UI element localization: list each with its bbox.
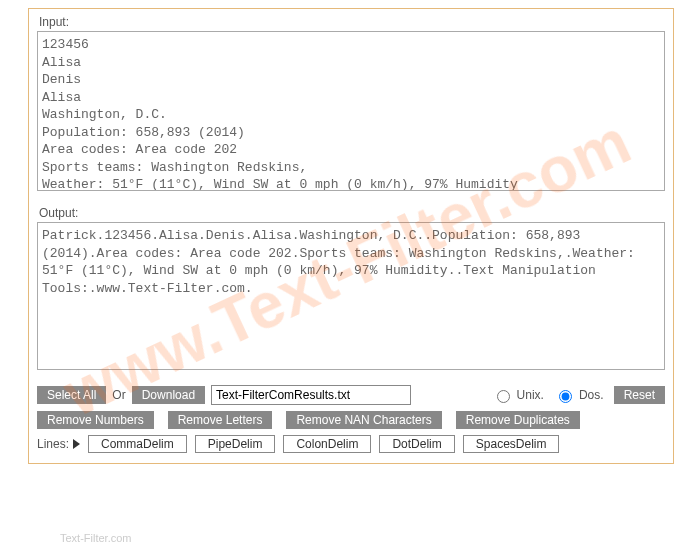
- unix-label: Unix.: [517, 388, 544, 402]
- download-button[interactable]: Download: [132, 386, 205, 404]
- input-textarea[interactable]: [37, 31, 665, 191]
- line-ending-group: Unix. Dos. Reset: [492, 386, 665, 404]
- remove-duplicates-button[interactable]: Remove Duplicates: [456, 411, 580, 429]
- unix-radio[interactable]: [497, 390, 510, 403]
- input-section: Input:: [37, 15, 665, 194]
- footer-credit: Text-Filter.com: [60, 532, 132, 544]
- colon-delim-button[interactable]: ColonDelim: [283, 435, 371, 453]
- lines-label: Lines:: [37, 437, 80, 451]
- select-all-button[interactable]: Select All: [37, 386, 106, 404]
- output-textarea[interactable]: [37, 222, 665, 370]
- dot-delim-button[interactable]: DotDelim: [379, 435, 454, 453]
- or-text: Or: [112, 388, 125, 402]
- remove-row: Remove Numbers Remove Letters Remove NAN…: [37, 411, 665, 429]
- spaces-delim-button[interactable]: SpacesDelim: [463, 435, 560, 453]
- filename-input[interactable]: [211, 385, 411, 405]
- triangle-right-icon: [73, 439, 80, 449]
- output-label: Output:: [39, 206, 665, 220]
- output-section: Output:: [37, 206, 665, 373]
- input-label: Input:: [39, 15, 665, 29]
- remove-letters-button[interactable]: Remove Letters: [168, 411, 273, 429]
- main-panel: Input: Output: Select All Or Download Un…: [28, 8, 674, 464]
- comma-delim-button[interactable]: CommaDelim: [88, 435, 187, 453]
- lines-row: Lines: CommaDelim PipeDelim ColonDelim D…: [37, 435, 665, 453]
- reset-button[interactable]: Reset: [614, 386, 665, 404]
- remove-nan-button[interactable]: Remove NAN Characters: [286, 411, 441, 429]
- remove-numbers-button[interactable]: Remove Numbers: [37, 411, 154, 429]
- download-row: Select All Or Download Unix. Dos. Reset: [37, 385, 665, 405]
- pipe-delim-button[interactable]: PipeDelim: [195, 435, 276, 453]
- dos-radio[interactable]: [559, 390, 572, 403]
- lines-label-text: Lines:: [37, 437, 69, 451]
- dos-label: Dos.: [579, 388, 604, 402]
